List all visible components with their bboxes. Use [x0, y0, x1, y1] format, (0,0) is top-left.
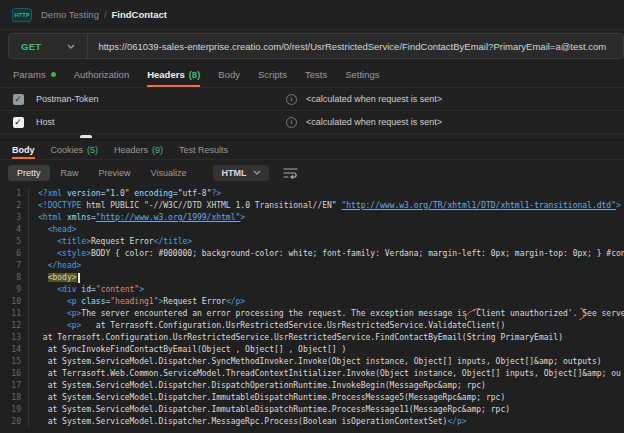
- tab-scripts[interactable]: Scripts: [258, 62, 287, 87]
- tab-label: Body: [218, 69, 240, 80]
- view-mode-preview[interactable]: Preview: [90, 165, 140, 181]
- view-mode-pretty[interactable]: Pretty: [8, 165, 50, 181]
- checkbox[interactable]: [80, 135, 92, 139]
- line-content: <title>Request Error</title>: [28, 236, 624, 248]
- tab-count-badge: (5): [87, 145, 98, 155]
- headers-table-partial-row: [0, 134, 624, 139]
- code-token: at SyncInvokeFindContactByEmail(Object ,…: [38, 345, 346, 354]
- view-mode-raw[interactable]: Raw: [52, 165, 88, 181]
- header-key[interactable]: Postman-Token: [36, 94, 286, 104]
- code-token: <style>: [57, 249, 91, 258]
- line-number: 18: [0, 392, 28, 404]
- code-token: "1.0": [105, 189, 129, 198]
- line-number: 16: [0, 368, 28, 380]
- method-select[interactable]: GET: [9, 34, 87, 58]
- code-token: <!DOCTYPE: [38, 201, 81, 210]
- code-link[interactable]: "http://www.w3.org/TR/xhtml1/DTD/xhtml1-…: [341, 201, 616, 210]
- tab-label: Cookies: [51, 145, 84, 155]
- request-tabs: ParamsAuthorizationHeaders(8)BodyScripts…: [0, 62, 624, 88]
- info-circle-icon[interactable]: i: [286, 117, 297, 128]
- text-cursor: [78, 273, 80, 283]
- topbar: HTTP Demo Testing / FindContact: [0, 0, 624, 30]
- line-content: at System.ServiceModel.Dispatcher.Messag…: [28, 416, 624, 428]
- line-content: <style>BODY { color: #000000; background…: [28, 248, 624, 260]
- code-token: [38, 261, 48, 270]
- line-number: 15: [0, 356, 28, 368]
- info-circle-icon[interactable]: i: [286, 94, 297, 105]
- code-line: 18 at System.ServiceModel.Dispatcher.Imm…: [0, 392, 624, 404]
- tab-label: Tests: [305, 69, 327, 80]
- response-tab-body[interactable]: Body: [12, 140, 35, 159]
- tab-body[interactable]: Body: [218, 62, 240, 87]
- format-select[interactable]: HTML: [213, 165, 269, 181]
- response-tabs: BodyCookies(5)Headers(9)Test Results: [0, 139, 624, 160]
- response-view-bar: PrettyRawPreviewVisualize HTML: [0, 160, 624, 185]
- response-tab-cookies[interactable]: Cookies(5): [51, 140, 99, 159]
- code-token: at System.ServiceModel.Dispatcher.Dispat…: [38, 381, 486, 390]
- code-token: [38, 321, 67, 330]
- checkbox[interactable]: ✓: [13, 117, 24, 128]
- line-content: <p> at Terrasoft.Configuration.UsrRestri…: [28, 320, 624, 332]
- tab-tests[interactable]: Tests: [305, 62, 327, 87]
- code-token: [38, 285, 57, 294]
- line-content: at SyncInvokeFindContactByEmail(Object ,…: [28, 344, 624, 356]
- line-number: 9: [0, 284, 28, 296]
- tab-params[interactable]: Params: [13, 62, 56, 87]
- code-token: at System.ServiceModel.Dispatcher.SyncMe…: [38, 357, 602, 366]
- tab-settings[interactable]: Settings: [345, 62, 379, 87]
- url-input[interactable]: https://061039-sales-enterprise.creatio.…: [88, 41, 623, 52]
- wrap-lines-icon[interactable]: [283, 167, 298, 179]
- response-tab-headers[interactable]: Headers(9): [114, 140, 163, 159]
- line-content: <?xml version="1.0" encoding="utf-8"?>: [28, 188, 624, 200]
- line-content: at System.ServiceModel.Dispatcher.Dispat…: [28, 380, 624, 392]
- code-token: <div: [57, 285, 76, 294]
- header-row: ✓Hosti<calculated when request is sent>: [0, 111, 624, 134]
- code-token: <p>: [67, 321, 81, 330]
- line-number: 13: [0, 332, 28, 344]
- code-line: 14 at SyncInvokeFindContactByEmail(Objec…: [0, 344, 624, 356]
- code-token: at Terrasoft.Web.Common.ServiceModel.Thr…: [38, 369, 621, 378]
- tab-count-badge: (8): [189, 69, 201, 80]
- line-content: at System.ServiceModel.Dispatcher.Immuta…: [28, 392, 624, 404]
- tab-label: Headers: [147, 69, 185, 80]
- code-token: Request Error: [163, 297, 226, 306]
- view-mode-group: PrettyRawPreviewVisualize: [8, 165, 197, 181]
- line-number: 20: [0, 416, 28, 428]
- response-body-editor[interactable]: 1<?xml version="1.0" encoding="utf-8"?>2…: [0, 185, 624, 433]
- url-bar: GET https://061039-sales-enterprise.crea…: [8, 33, 624, 59]
- code-link[interactable]: "http://www.w3.org/1999/xhtml": [96, 213, 241, 222]
- code-token: [38, 249, 57, 258]
- breadcrumb-request-name[interactable]: FindContact: [112, 9, 167, 20]
- header-value[interactable]: <calculated when request is sent>: [306, 94, 624, 104]
- view-mode-visualize[interactable]: Visualize: [142, 165, 196, 181]
- chevron-down-icon: [67, 44, 75, 49]
- code-token: at System.ServiceModel.Dispatcher.Messag…: [38, 417, 447, 426]
- code-line: 7 </head>: [0, 260, 624, 272]
- code-token: ?>: [211, 189, 221, 198]
- line-content: <!DOCTYPE html PUBLIC "-//W3C//DTD XHTML…: [28, 200, 624, 212]
- line-number: 4: [0, 224, 28, 236]
- code-token: <p: [67, 297, 77, 306]
- line-content: <p>The server encountered an error proce…: [28, 308, 624, 320]
- breadcrumb-separator: /: [104, 9, 107, 20]
- tab-label: Scripts: [258, 69, 287, 80]
- response-tab-test-results[interactable]: Test Results: [179, 140, 228, 159]
- code-line: 2<!DOCTYPE html PUBLIC "-//W3C//DTD XHTM…: [0, 200, 624, 212]
- tab-headers[interactable]: Headers(8): [147, 62, 200, 87]
- breadcrumb-collection[interactable]: Demo Testing: [41, 9, 99, 20]
- checkbox[interactable]: ✓: [13, 94, 24, 105]
- code-token: </p>: [447, 417, 466, 426]
- header-key[interactable]: Host: [36, 117, 286, 127]
- line-content: at Terrasoft.Web.Common.ServiceModel.Thr…: [28, 368, 624, 380]
- code-token: <html: [38, 213, 62, 222]
- header-row: ✓Postman-Tokeni<calculated when request …: [0, 88, 624, 111]
- code-token: <body>: [48, 273, 77, 282]
- line-content: <head>: [28, 224, 624, 236]
- code-line: 4 <head>: [0, 224, 624, 236]
- code-line: 3<html xmlns="http://www.w3.org/1999/xht…: [0, 212, 624, 224]
- code-token: </p>: [226, 297, 245, 306]
- tab-authorization[interactable]: Authorization: [74, 62, 129, 87]
- line-number: 5: [0, 236, 28, 248]
- header-value[interactable]: <calculated when request is sent>: [306, 117, 624, 127]
- code-token: Request Error: [91, 237, 154, 246]
